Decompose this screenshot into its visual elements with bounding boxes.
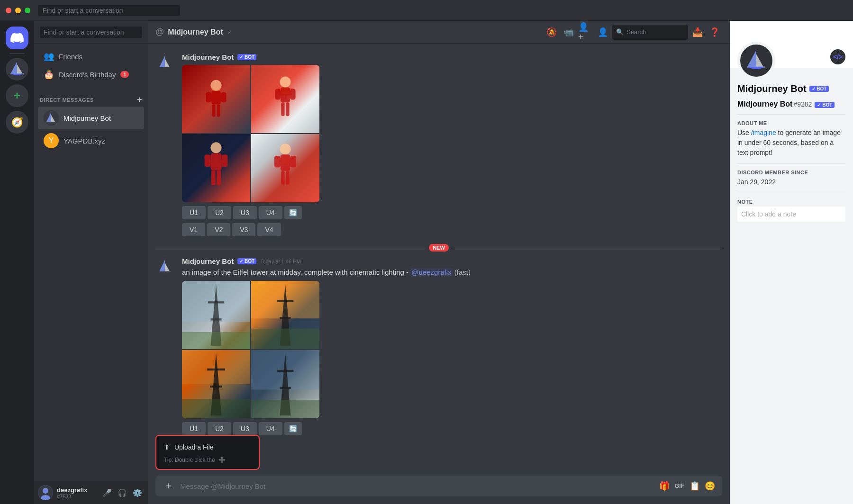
eiffel-content-text: an image of the Eiffel tower at midday, … xyxy=(182,268,404,276)
eiffel-refresh-button[interactable]: 🔄 xyxy=(284,422,302,435)
deafen-button[interactable]: 🎧 xyxy=(116,486,129,499)
profile-banner: </> xyxy=(730,21,853,68)
message-input[interactable] xyxy=(176,477,658,496)
svg-rect-12 xyxy=(221,92,227,103)
message-input-actions: 🎁 GIF 📋 😊 xyxy=(658,479,717,493)
profile-note-input[interactable]: Click to add a note xyxy=(737,207,845,222)
gift-button[interactable]: 🎁 xyxy=(658,479,671,493)
canada-u3-button[interactable]: U3 xyxy=(233,206,257,219)
eiffel-u3-button[interactable]: U3 xyxy=(233,422,257,435)
dm-nav: 👥 Friends 🎂 Discord's Birthday 1 xyxy=(34,44,148,87)
canada-v2-button[interactable]: V2 xyxy=(207,223,230,236)
self-user-info: deezgrafix #7533 xyxy=(57,486,97,499)
user-settings-button[interactable]: ⚙️ xyxy=(131,486,144,499)
svg-rect-19 xyxy=(275,89,281,99)
svg-rect-35 xyxy=(274,156,281,167)
server-icon-add[interactable]: + xyxy=(6,84,28,107)
footer-controls: 🎤 🎧 ⚙️ xyxy=(100,486,144,499)
maximize-button[interactable] xyxy=(25,8,30,13)
dm-user-midjourney[interactable]: Midjourney Bot xyxy=(38,107,144,129)
eiffel-bot-badge: ✓ BOT xyxy=(237,258,256,264)
profile-code-icon: </> xyxy=(830,49,845,64)
profile-full-name: Midjourney Bot xyxy=(737,100,792,108)
server-icon-user[interactable] xyxy=(6,58,28,81)
traffic-lights xyxy=(6,8,30,13)
server-icon-discord[interactable] xyxy=(6,27,28,49)
dm-section-title: DIRECT MESSAGES xyxy=(40,97,94,103)
bot-badge: ✓ BOT xyxy=(237,54,256,60)
server-icon-explore[interactable]: 🧭 xyxy=(6,111,28,134)
chat-search[interactable]: 🔍 Search xyxy=(612,25,688,40)
server-list: + 🧭 xyxy=(0,21,34,504)
canada-refresh-button[interactable]: 🔄 xyxy=(284,206,302,219)
profile-button[interactable]: 👤 xyxy=(595,25,610,40)
svg-rect-50 xyxy=(280,317,290,319)
sticker-button[interactable]: 📋 xyxy=(688,479,701,493)
mute-video-button[interactable]: 🔕 xyxy=(544,25,559,40)
eiffel-message-content: an image of the Eiffel tower at midday, … xyxy=(182,267,722,277)
dm-nav-discord-birthday[interactable]: 🎂 Discord's Birthday 1 xyxy=(38,65,144,83)
midjourney-name: Midjourney Bot xyxy=(64,114,111,122)
self-discriminator: #7533 xyxy=(57,494,97,499)
canada-action-buttons-row1: U1 U2 U3 U4 🔄 xyxy=(182,206,722,219)
canada-image-4: 🍁 xyxy=(251,134,319,202)
canada-image-1: 🍁 xyxy=(182,65,250,133)
svg-rect-13 xyxy=(212,105,215,117)
channel-name: Midjourney Bot xyxy=(168,28,223,36)
svg-rect-29 xyxy=(211,170,216,185)
canada-u2-button[interactable]: U2 xyxy=(208,206,231,219)
close-button[interactable] xyxy=(6,8,11,13)
gif-button[interactable]: GIF xyxy=(673,479,686,493)
canada-v4-button[interactable]: V4 xyxy=(257,223,281,236)
upload-tip-text: Tip: Double click the xyxy=(164,457,215,463)
titlebar-search[interactable]: Find or start a conversation xyxy=(38,5,180,16)
search-placeholder: Find or start a conversation xyxy=(43,7,123,14)
canada-action-buttons-row2: V1 V2 V3 V4 xyxy=(182,223,722,236)
friends-label: Friends xyxy=(59,53,82,61)
new-message-divider: NEW xyxy=(148,240,730,255)
canada-u4-button[interactable]: U4 xyxy=(259,206,282,219)
profile-content: Midjourney Bot ✓ BOT Midjourney Bot #928… xyxy=(730,68,853,504)
add-dm-button[interactable]: + xyxy=(137,95,142,105)
eiffel-action-buttons-row1: U1 U2 U3 U4 🔄 xyxy=(182,422,722,435)
titlebar: Find or start a conversation xyxy=(0,0,853,21)
eiffel-u2-button[interactable]: U2 xyxy=(208,422,231,435)
chat-header-actions: 🔕 📹 👤+ 👤 🔍 Search 📥 ❓ xyxy=(544,25,722,40)
eiffel-image-3 xyxy=(182,350,250,418)
canada-v1-button[interactable]: V1 xyxy=(182,223,205,236)
dm-nav-friends[interactable]: 👥 Friends xyxy=(38,47,144,65)
mute-button[interactable]: 🎤 xyxy=(100,486,114,499)
canada-v3-button[interactable]: V3 xyxy=(232,223,255,236)
svg-rect-36 xyxy=(290,156,296,167)
svg-point-33 xyxy=(280,144,290,154)
add-friend-button[interactable]: 👤+ xyxy=(578,25,593,40)
profile-about-me-content: Use /imagine to generate an image in und… xyxy=(737,128,845,158)
svg-rect-63 xyxy=(251,400,319,418)
upload-file-item[interactable]: ⬆ Upload a File xyxy=(156,440,259,455)
profile-discriminator: #9282 xyxy=(793,100,812,108)
svg-rect-55 xyxy=(207,369,225,370)
phone-button[interactable]: 📹 xyxy=(561,25,576,40)
canada-image-3: 🍁 xyxy=(182,134,250,202)
profile-avatar-container xyxy=(737,42,775,80)
minimize-button[interactable] xyxy=(15,8,21,13)
dm-header: Find or start a conversation xyxy=(34,21,148,44)
dm-search-input[interactable]: Find or start a conversation xyxy=(40,27,142,38)
upload-file-label: Upload a File xyxy=(174,443,214,451)
emoji-button[interactable]: 😊 xyxy=(703,479,717,493)
birthday-icon: 🎂 xyxy=(44,69,54,80)
message-input-wrapper: ⬆ Upload a File Tip: Double click the ➕ … xyxy=(155,476,722,496)
eiffel-u1-button[interactable]: U1 xyxy=(182,422,206,435)
birthday-label: Discord's Birthday xyxy=(59,71,116,79)
yagpdb-avatar: Y xyxy=(44,133,59,148)
svg-rect-62 xyxy=(280,387,290,389)
imagine-link[interactable]: /imagine xyxy=(751,129,776,136)
message-attach-button[interactable]: + xyxy=(161,476,176,496)
svg-rect-22 xyxy=(286,102,289,116)
eiffel-u4-button[interactable]: U4 xyxy=(259,422,282,435)
dm-user-yagpdb[interactable]: Y YAGPDB.xyz xyxy=(38,129,144,152)
inbox-button[interactable]: 📥 xyxy=(690,25,705,40)
svg-rect-38 xyxy=(286,171,289,185)
help-button[interactable]: ❓ xyxy=(707,25,722,40)
canada-u1-button[interactable]: U1 xyxy=(182,206,206,219)
